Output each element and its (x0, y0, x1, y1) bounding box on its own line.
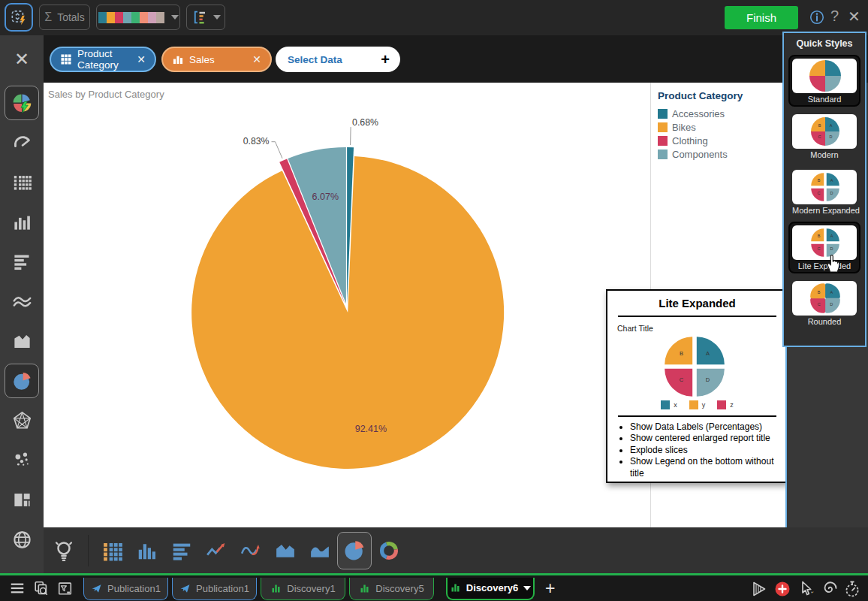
tab-publication1-0[interactable]: Publication1 (83, 578, 168, 600)
close-icon[interactable]: ✕ (848, 8, 860, 26)
chart-type-line-chart[interactable] (199, 532, 234, 569)
quick-style-label: Standard (792, 95, 857, 104)
color-palette-dropdown[interactable] (96, 5, 180, 30)
add-content-button[interactable] (773, 579, 792, 599)
tab-discovery5-3[interactable]: Discovery5 (349, 578, 434, 600)
chart-type-toolbar (44, 527, 868, 573)
filter-panel-button[interactable] (54, 578, 77, 599)
quick-style-label: Modern (792, 150, 857, 159)
palette-swatches (98, 12, 164, 23)
pie-data-label: C (818, 134, 821, 139)
pointer-mode-button[interactable] (796, 579, 815, 599)
quick-style-preview: ADCB (792, 170, 857, 204)
sidebar-item-map[interactable] (5, 522, 38, 557)
sidebar-item-column-chart[interactable] (5, 204, 38, 240)
plus-icon[interactable]: + (381, 51, 390, 68)
dropzone-chip-sales[interactable]: Sales✕ (161, 47, 272, 72)
tab-bar: Publication1Publication1Discovery1Discov… (0, 573, 868, 601)
pie-slice-3 (665, 337, 692, 364)
render-button[interactable] (749, 579, 769, 599)
remove-chip-icon[interactable]: ✕ (252, 53, 261, 65)
chart-type-column-chart[interactable] (130, 532, 164, 569)
tab-discovery6-4[interactable]: Discovery6 (446, 578, 535, 600)
legend-item-clothing[interactable]: Clothing (658, 135, 785, 146)
area-chart-icon (12, 331, 32, 352)
tooltip-divider (618, 316, 776, 317)
sidebar-item-line-chart[interactable] (5, 284, 38, 319)
legend-label: x (674, 401, 677, 409)
replay-button[interactable] (819, 579, 839, 599)
tab-publication1-1[interactable]: Publication1 (172, 578, 257, 600)
sigma-icon: Σ (44, 11, 52, 24)
quick-style-lite-expanded[interactable]: ADCBLite Expanded (788, 222, 860, 273)
tab-bar-right-icons (749, 579, 862, 599)
legend-item-components[interactable]: Components (658, 149, 785, 160)
chevron-down-icon[interactable] (523, 586, 531, 590)
sidebar-item-gauge[interactable] (5, 125, 38, 160)
sidebar-item-pie-chart[interactable] (5, 364, 39, 398)
scatter-chart-icon (12, 450, 32, 470)
pie-data-label: A (706, 350, 710, 357)
quick-style-modern-expanded[interactable]: ADCBModern Expanded (788, 166, 860, 218)
quick-style-modern[interactable]: ADCBModern (788, 110, 860, 162)
pointer-icon (797, 580, 815, 598)
chart-type-suggestions[interactable] (47, 532, 81, 569)
chart-type-area-chart[interactable] (268, 532, 303, 569)
dropzone-chip-select-data[interactable]: Select Data+ (276, 47, 400, 72)
totals-button[interactable]: Σ Totals (39, 5, 90, 30)
timer-button[interactable] (842, 579, 862, 599)
tooltip-bullet: Show centered enlarged report title (630, 433, 787, 444)
quick-styles-title: Quick Styles (784, 38, 865, 49)
pie-data-label: B (818, 178, 821, 183)
finish-button[interactable]: Finish (725, 6, 798, 29)
chart-type-pie-chart[interactable] (337, 532, 372, 569)
treemap-icon (12, 490, 32, 510)
quick-style-label: Lite Expanded (792, 261, 857, 270)
sidebar-item-grid[interactable] (5, 165, 38, 200)
green-bars-icon (270, 583, 282, 594)
legend-item-accessories[interactable]: Accessories (658, 108, 785, 119)
help-button[interactable]: ? (830, 8, 839, 25)
menu-button[interactable] (6, 578, 29, 599)
tooltip-feature-list: Show Data Labels (Percentages)Show cente… (607, 421, 787, 479)
add-circle-icon (773, 580, 791, 598)
content-search-button[interactable] (30, 578, 53, 599)
palette-color-2 (115, 12, 123, 23)
sidebar-item-scatter-chart[interactable] (5, 442, 38, 478)
legend-item-bikes[interactable]: Bikes (658, 122, 785, 133)
pie-data-label: A (830, 290, 833, 294)
quick-style-standard[interactable]: Standard (788, 55, 860, 107)
info-icon[interactable] (809, 9, 825, 26)
totals-label: Totals (57, 11, 85, 23)
sidebar-item-bar-chart[interactable] (5, 244, 38, 279)
remove-chip-icon[interactable]: ✕ (137, 53, 146, 65)
tab-label: Discovery6 (466, 582, 518, 593)
field-sort-icon (191, 8, 209, 26)
chart-type-donut-chart[interactable] (372, 532, 406, 569)
chart-type-bar-chart[interactable] (164, 532, 199, 569)
quick-styles-list: StandardADCBModernADCBModern ExpandedADC… (784, 55, 865, 329)
tab-discovery1-2[interactable]: Discovery1 (261, 578, 345, 600)
sidebar-item-treemap[interactable] (5, 482, 38, 518)
dropzone-chip-product-category[interactable]: Product Category✕ (50, 47, 156, 72)
pie-label-leader-line (351, 127, 351, 145)
field-sort-dropdown[interactable] (186, 5, 225, 30)
sidebar-item-radar-chart[interactable] (5, 403, 38, 438)
add-tab-button[interactable]: + (545, 578, 555, 599)
quick-style-rounded[interactable]: ADCBRounded (788, 277, 860, 329)
chart-type-smooth-area-chart[interactable] (303, 532, 337, 569)
sidebar-item-smart-discover[interactable] (5, 86, 39, 120)
collapse-dropzones-button[interactable]: ✕ (0, 35, 44, 83)
sidebar-item-area-chart[interactable] (5, 324, 38, 359)
quick-styles-panel: Quick Styles StandardADCBModernADCBModer… (782, 32, 866, 347)
chart-type-grid[interactable] (95, 532, 130, 569)
pie-slice-3 (809, 60, 825, 76)
pie-data-label: C (818, 191, 821, 195)
auto-recommend-button[interactable] (5, 3, 33, 32)
pie-data-label: B (818, 234, 821, 238)
legend-title: Product Category (658, 90, 785, 101)
quick-style-preview: ADCB (792, 225, 857, 260)
gauge-icon (12, 132, 32, 153)
pie-data-label: 6.07% (312, 192, 339, 202)
chart-type-spline-chart[interactable] (234, 532, 268, 569)
